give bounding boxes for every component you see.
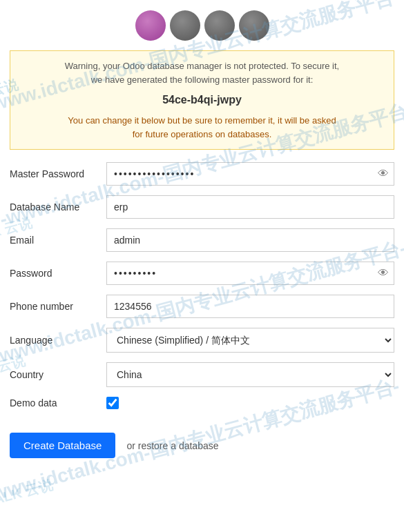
logo-icon-gray2 [204, 10, 235, 41]
password-input[interactable] [106, 262, 394, 285]
demo-data-row: Demo data [10, 397, 394, 409]
demo-data-checkbox[interactable] [106, 397, 119, 409]
database-name-input-wrap [106, 195, 394, 219]
logo-area [0, 0, 404, 45]
phone-number-input[interactable] [106, 295, 394, 318]
country-select[interactable]: China United States Other [106, 362, 394, 387]
password-label: Password [10, 268, 106, 279]
database-name-input[interactable] [106, 195, 394, 219]
phone-number-input-wrap [106, 295, 394, 318]
language-label: Language [10, 335, 106, 346]
logo-circles [0, 10, 404, 41]
country-label: Country [10, 369, 106, 380]
create-database-button[interactable]: Create Database [10, 433, 115, 458]
watermark-text: ALK 云说 [0, 475, 55, 509]
warning-line1: Warning, your Odoo database manager is n… [21, 59, 383, 86]
demo-data-label: Demo data [10, 397, 106, 408]
email-input-wrap [106, 228, 394, 252]
language-select[interactable]: Chinese (Simplified) / 简体中文 English [106, 328, 394, 353]
warning-line3: You can change it below but be sure to r… [21, 114, 383, 141]
email-row: Email [10, 228, 394, 252]
country-select-wrap: China United States Other [106, 362, 394, 387]
phone-number-label: Phone number [10, 301, 106, 312]
phone-number-row: Phone number [10, 295, 394, 318]
database-name-label: Database Name [10, 201, 106, 213]
logo-icon-purple [135, 10, 166, 41]
restore-link[interactable]: or restore a database [126, 440, 218, 451]
email-input[interactable] [106, 228, 394, 252]
password-input-wrap: 👁 [106, 262, 394, 285]
database-name-row: Database Name [10, 195, 394, 219]
demo-data-checkbox-wrap [106, 397, 119, 409]
form-area: Master Password 👁 Database Name Email Pa… [0, 155, 404, 426]
password-row: Password 👁 [10, 262, 394, 285]
warning-box: Warning, your Odoo database manager is n… [10, 50, 394, 150]
logo-icon-gray1 [170, 10, 200, 41]
country-row: Country China United States Other [10, 362, 394, 387]
logo-icon-gray3 [239, 10, 269, 41]
language-select-wrap: Chinese (Simplified) / 简体中文 English [106, 328, 394, 353]
password-toggle-icon[interactable]: 👁 [378, 267, 389, 279]
language-row: Language Chinese (Simplified) / 简体中文 Eng… [10, 328, 394, 353]
master-password-row: Master Password 👁 [10, 162, 394, 186]
master-password-display: 54ce-b4qi-jwpy [21, 92, 383, 108]
email-label: Email [10, 235, 106, 246]
master-password-toggle-icon[interactable]: 👁 [378, 168, 389, 180]
master-password-input[interactable] [106, 162, 394, 186]
bottom-area: Create Database or restore a database [0, 426, 404, 465]
master-password-label: Master Password [10, 168, 106, 179]
master-password-input-wrap: 👁 [106, 162, 394, 186]
